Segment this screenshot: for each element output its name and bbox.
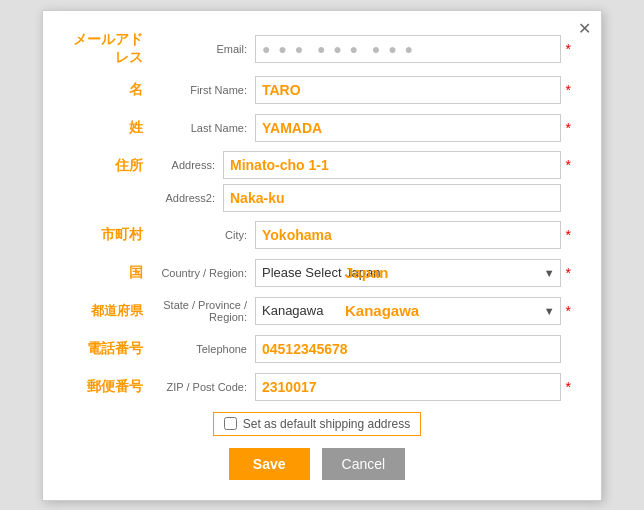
city-row: 市町村 City: * (63, 220, 571, 250)
address2-subrow: Address2: * (147, 184, 571, 212)
first-name-label-jp: 名 (63, 81, 143, 99)
button-row: Save Cancel (63, 448, 571, 480)
last-name-row: 姓 Last Name: * (63, 113, 571, 143)
country-label-en: Country / Region: (147, 267, 247, 279)
state-label-jp: 都道府県 (63, 302, 143, 320)
zip-label-jp: 郵便番号 (63, 378, 143, 396)
last-name-label-jp: 姓 (63, 119, 143, 137)
state-required: * (566, 303, 571, 319)
default-shipping-label[interactable]: Set as default shipping address (213, 412, 421, 436)
address1-subrow: Address: * (147, 151, 571, 179)
country-label-jp: 国 (63, 264, 143, 282)
telephone-row: 電話番号 Telephone * (63, 334, 571, 364)
save-button[interactable]: Save (229, 448, 310, 480)
telephone-label-en: Telephone (147, 343, 247, 355)
email-label-en: Email: (147, 43, 247, 55)
default-shipping-row: Set as default shipping address (63, 412, 571, 436)
address2-input[interactable] (223, 184, 561, 212)
address2-label-en: Address2: (147, 192, 215, 204)
state-label-en: State / Province / Region: (147, 299, 247, 323)
city-label-en: City: (147, 229, 247, 241)
country-required: * (566, 265, 571, 281)
default-shipping-checkbox[interactable] (224, 417, 237, 430)
city-input[interactable] (255, 221, 561, 249)
country-row: 国 Country / Region: Please Select Japan … (63, 258, 571, 288)
address1-required: * (566, 157, 571, 173)
country-select-wrapper: Please Select Japan United States China … (255, 259, 561, 287)
email-row: メールアドレス Email: * (63, 31, 571, 67)
address1-input[interactable] (223, 151, 561, 179)
last-name-required: * (566, 120, 571, 136)
state-select-wrapper: Select your state or region Kanagawa Tok… (255, 297, 561, 325)
first-name-input[interactable] (255, 76, 561, 104)
first-name-label-en: First Name: (147, 84, 247, 96)
city-required: * (566, 227, 571, 243)
last-name-label-en: Last Name: (147, 122, 247, 134)
first-name-required: * (566, 82, 571, 98)
last-name-input[interactable] (255, 114, 561, 142)
zip-input[interactable] (255, 373, 561, 401)
address-row: 住所 Address: * Address2: * (63, 151, 571, 212)
zip-label-en: ZIP / Post Code: (147, 381, 247, 393)
city-label-jp: 市町村 (63, 226, 143, 244)
address-label-jp: 住所 (63, 157, 143, 175)
address-form-dialog: ✕ メールアドレス Email: * 名 First Name: * 姓 Las… (42, 10, 602, 501)
address1-label-en: Address: (147, 159, 215, 171)
email-required: * (566, 41, 571, 57)
first-name-row: 名 First Name: * (63, 75, 571, 105)
cancel-button[interactable]: Cancel (322, 448, 406, 480)
email-input[interactable] (255, 35, 561, 63)
telephone-input[interactable] (255, 335, 561, 363)
telephone-label-jp: 電話番号 (63, 340, 143, 358)
close-button[interactable]: ✕ (578, 19, 591, 38)
default-shipping-text: Set as default shipping address (243, 417, 410, 431)
state-row: 都道府県 State / Province / Region: Select y… (63, 296, 571, 326)
zip-required: * (566, 379, 571, 395)
zip-row: 郵便番号 ZIP / Post Code: * (63, 372, 571, 402)
country-select[interactable]: Please Select Japan United States China (255, 259, 561, 287)
email-label-jp: メールアドレス (63, 31, 143, 67)
state-select[interactable]: Select your state or region Kanagawa Tok… (255, 297, 561, 325)
